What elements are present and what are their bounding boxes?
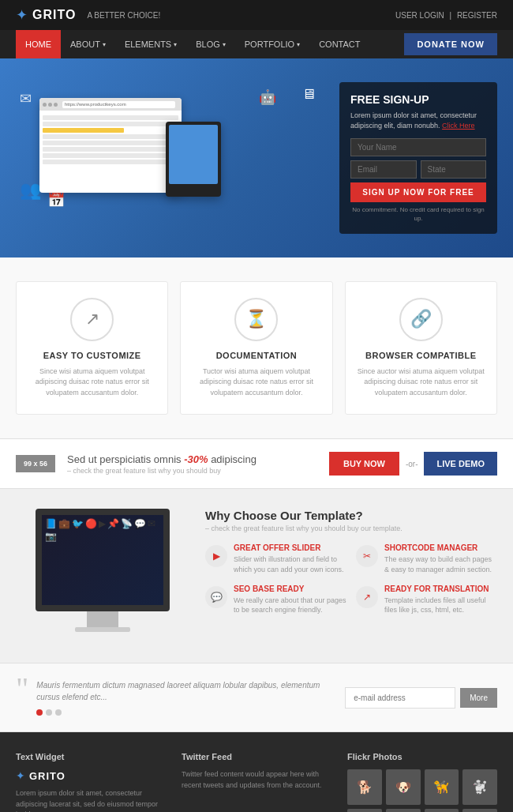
social-in-icon: 💼 [58, 518, 70, 529]
logo-shield-icon: ✦ [16, 6, 28, 24]
flickr-photo-4: 🐩 [462, 769, 497, 805]
nav-item-home[interactable]: HOME [16, 30, 61, 58]
testimonial-quote: " Mauris fermentum dictum magnased laore… [16, 679, 329, 716]
monitor-screen: 📘 💼 🐦 🔴 ▶ 📌 📡 💬 ✉ 📷 [36, 509, 170, 611]
nav-item-about[interactable]: ABOUT ▾ [61, 30, 115, 58]
main-nav: HOME ABOUT ▾ ELEMENTS ▾ BLOG ▾ PORTFOLIO… [0, 30, 513, 58]
why-features-grid: ▶ GREAT OFFER SLIDER Slider with illustr… [205, 543, 497, 615]
email-subscribe-input[interactable] [345, 687, 455, 709]
feature-card-browser: 🔗 BROWSER COMPATIBLE Since auctor wisi a… [345, 281, 497, 415]
why-monitor-mockup: 📘 💼 🐦 🔴 ▶ 📌 📡 💬 ✉ 📷 [24, 509, 182, 643]
quote-content: Mauris fermentum dictum magnased laoreet… [36, 679, 329, 716]
hero-section: ✉ ☁ 🤖 🖥 👥 📅 https://www.productkeys.com [0, 58, 513, 258]
social-rss-icon: 📡 [121, 518, 133, 529]
translation-icon: ↗ [356, 586, 378, 608]
slider-title: GREAT OFFER SLIDER [234, 543, 346, 552]
tablet-screen [169, 125, 218, 184]
testimonial-dot-2[interactable] [46, 709, 52, 716]
why-title: Why Choose Our Template? [205, 509, 497, 522]
device-mockups: ✉ ☁ 🤖 🖥 👥 📅 https://www.productkeys.com [16, 82, 324, 224]
chevron-down-icon: ▾ [297, 41, 300, 48]
register-link[interactable]: REGISTER [457, 11, 497, 20]
feature-title-browser: BROWSER COMPATIBLE [358, 351, 485, 360]
shortcode-title: SHORTCODE MANAGER [384, 543, 497, 552]
social-yt-icon: ▶ [99, 518, 106, 529]
flickr-photo-2: 🐶 [386, 769, 421, 805]
why-section: 📘 💼 🐦 🔴 ▶ 📌 📡 💬 ✉ 📷 Why Choose Our Templ… [0, 489, 513, 663]
nav-item-contact[interactable]: CONTACT [309, 30, 369, 58]
signup-button[interactable]: SIGN UP NOW FOR FREE [350, 182, 486, 202]
browser-mockup: https://www.productkeys.com [39, 98, 182, 193]
signup-state-input[interactable] [421, 160, 487, 179]
browser-dot [48, 103, 52, 107]
why-subtitle: check the great feature list why you sho… [205, 524, 497, 532]
content-row [43, 147, 178, 152]
calendar-icon: 📅 [47, 191, 65, 209]
browser-url: https://www.productkeys.com [62, 101, 175, 108]
hero-devices-area: ✉ ☁ 🤖 🖥 👥 📅 https://www.productkeys.com [16, 82, 324, 234]
auth-separator: | [449, 11, 451, 20]
seo-title: SEO BASE READY [234, 585, 346, 593]
people-icon: 👥 [20, 180, 41, 201]
nav-item-portfolio[interactable]: PORTFOLIO ▾ [235, 30, 309, 58]
signup-panel: FREE SIGN-UP Lorem ipsum dolor sit amet,… [339, 82, 497, 234]
twitter-feed-content: Twitter feed content would appear here w… [182, 769, 331, 791]
quote-text: Mauris fermentum dictum magnased laoreet… [36, 679, 329, 703]
cta-banner: 99 x 56 Sed ut perspiciatis omnis -30% a… [0, 438, 513, 489]
footer-flickr-title: Flickr Photos [347, 752, 497, 761]
why-item-shortcode: ✂ SHORTCODE MANAGER The easy way to buil… [356, 543, 497, 574]
nav-item-elements[interactable]: ELEMENTS ▾ [115, 30, 186, 58]
quote-mark-icon: " [16, 673, 28, 705]
signup-email-input[interactable] [350, 160, 417, 179]
cta-sub-text: check the great feature list why you sho… [67, 467, 317, 475]
browser-content [39, 111, 182, 169]
cta-badge: 99 x 56 [16, 455, 55, 472]
social-ph-icon: 📷 [45, 531, 57, 542]
browser-icon-circle: 🔗 [399, 298, 443, 341]
monitor-stand [75, 627, 130, 632]
cta-separator: -or- [406, 460, 418, 468]
slider-icon: ▶ [205, 545, 227, 567]
feature-card-customize: ↗ EASY TO CUSTOMIZE Since wisi atuma aiq… [16, 281, 168, 415]
live-demo-button[interactable]: LIVE DEMO [424, 452, 497, 476]
feature-desc-docs: Tuctor wisi atuma aiquem volutpat adipis… [193, 367, 320, 399]
signup-note: No commitment. No credit card required t… [350, 206, 486, 223]
testimonial-dot-1[interactable] [36, 709, 43, 716]
nav-items: HOME ABOUT ▾ ELEMENTS ▾ BLOG ▾ PORTFOLIO… [16, 30, 370, 58]
tablet-mockup [166, 122, 221, 197]
buy-now-button[interactable]: BUY NOW [329, 452, 399, 476]
social-em-icon: ✉ [148, 518, 155, 529]
testimonial-email-area: More [345, 687, 497, 709]
user-login-link[interactable]: USER LOGIN [395, 11, 444, 20]
why-content: Why Choose Our Template? check the great… [205, 509, 497, 643]
why-item-content: SEO BASE READY We really care about that… [234, 585, 346, 615]
signup-name-input[interactable] [350, 138, 486, 156]
content-row [43, 134, 178, 139]
customize-icon-circle: ↗ [70, 298, 114, 341]
footer-description: Lorem ipsum dolor sit amet, consectetur … [16, 788, 166, 812]
content-row [43, 153, 178, 158]
footer-logo: ✦ GRITO [16, 769, 166, 782]
email-more-button[interactable]: More [460, 688, 497, 708]
flickr-photo-1: 🐕 [347, 769, 382, 805]
chevron-down-icon: ▾ [174, 41, 177, 48]
social-gp-icon: 🔴 [85, 518, 97, 529]
link-icon: 🔗 [410, 309, 432, 329]
monitor-icons-overlay: 📘 💼 🐦 🔴 ▶ 📌 📡 💬 ✉ 📷 [42, 515, 163, 605]
trending-up-icon: ↗ [85, 309, 99, 329]
content-row [43, 141, 178, 145]
flickr-photo-grid: 🐕 🐶 🦮 🐩 🐕 🐶 🦮 🐕‍🦺 [347, 769, 497, 812]
cta-main-text: Sed ut perspiciatis omnis -30% adipiscin… [67, 453, 317, 465]
logo: ✦ GRITO A BETTER CHOICE! [16, 6, 160, 24]
why-item-content: SHORTCODE MANAGER The easy way to build … [384, 543, 497, 574]
translation-title: READY FOR TRANSLATION [384, 585, 497, 593]
nav-item-blog[interactable]: BLOG ▾ [186, 30, 235, 58]
click-here-link[interactable]: Click Here [442, 122, 475, 130]
feature-title-customize: EASY TO CUSTOMIZE [28, 351, 155, 360]
why-item-translation: ↗ READY FOR TRANSLATION Template include… [356, 585, 497, 615]
donate-button[interactable]: DONATE NOW [404, 33, 497, 55]
seo-icon: 💬 [205, 586, 227, 608]
footer-logo-text: GRITO [29, 770, 66, 782]
chevron-down-icon: ▾ [223, 41, 226, 48]
testimonial-dot-3[interactable] [55, 709, 62, 716]
